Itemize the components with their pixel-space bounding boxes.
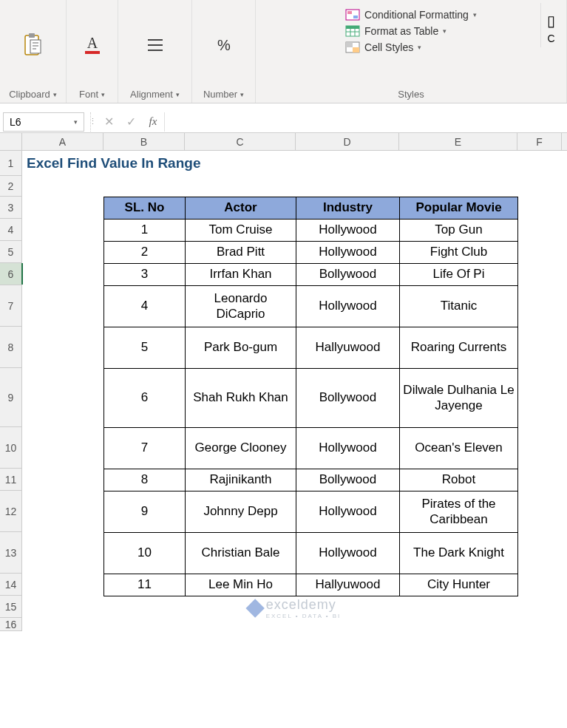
svg-rect-4	[85, 51, 100, 54]
table-cell[interactable]: Bollywood	[296, 469, 400, 491]
row-header[interactable]: 2	[0, 176, 22, 197]
formula-input[interactable]	[164, 112, 567, 132]
row-header[interactable]: 3	[0, 197, 22, 219]
row-header[interactable]: 5	[0, 241, 22, 263]
table-cell[interactable]: Hollywood	[296, 220, 400, 242]
table-cell[interactable]: Hollywood	[296, 428, 400, 469]
table-cell[interactable]: Fight Club	[400, 242, 518, 264]
row-header[interactable]: 16	[0, 618, 22, 631]
row-header[interactable]: 15	[0, 596, 22, 618]
table-cell[interactable]: Pirates of the Caribbean	[400, 491, 518, 533]
table-cell[interactable]: Life Of Pi	[400, 264, 518, 286]
clipboard-icon	[20, 32, 47, 58]
table-cell[interactable]: Leonardo DiCaprio	[186, 286, 296, 327]
table-cell[interactable]: Top Gun	[400, 220, 518, 242]
alignment-icon	[142, 32, 169, 58]
table-cell[interactable]: The Dark Knight	[400, 533, 518, 574]
table-cell[interactable]: 5	[104, 327, 186, 369]
table-row: 3Irrfan KhanBollywoodLife Of Pi	[104, 264, 518, 286]
column-header[interactable]: C	[185, 133, 296, 150]
row-header[interactable]: 7	[0, 285, 22, 327]
conditional-formatting-button[interactable]: Conditional Formatting ▾	[342, 7, 480, 22]
table-cell[interactable]: Dilwale Dulhania Le Jayenge	[400, 369, 518, 428]
table-cell[interactable]: 8	[104, 469, 186, 491]
cutoff-button[interactable]: ▯ C	[540, 3, 561, 47]
table-header[interactable]: Actor	[186, 197, 296, 220]
spreadsheet-grid: ABCDEF 12345678910111213141516 Excel Fin…	[0, 133, 567, 631]
column-header[interactable]: E	[399, 133, 517, 150]
column-header[interactable]: F	[517, 133, 562, 150]
table-cell[interactable]: Park Bo-gum	[186, 327, 296, 369]
table-cell[interactable]: 11	[104, 574, 186, 596]
table-cell[interactable]: Hollywood	[296, 533, 400, 574]
cancel-button[interactable]: ✕	[98, 112, 120, 132]
row-header[interactable]: 13	[0, 532, 22, 574]
insert-function-button[interactable]: fx	[142, 112, 164, 132]
row-header[interactable]: 10	[0, 427, 22, 469]
table-cell[interactable]: Roaring Currents	[400, 327, 518, 369]
chevron-down-icon[interactable]: ▾	[53, 91, 57, 98]
table-cell[interactable]: Brad Pitt	[186, 242, 296, 264]
row-header[interactable]: 9	[0, 368, 22, 427]
table-cell[interactable]: Ocean's Eleven	[400, 428, 518, 469]
styles-label: Styles	[398, 89, 424, 100]
table-cell[interactable]: 10	[104, 533, 186, 574]
enter-button[interactable]: ✓	[120, 112, 142, 132]
table-cell[interactable]: Christian Bale	[186, 533, 296, 574]
table-cell[interactable]: Johnny Depp	[186, 491, 296, 533]
name-box[interactable]: L6 ▾	[3, 112, 84, 132]
chevron-down-icon[interactable]: ▾	[176, 91, 180, 98]
table-cell[interactable]: Hollywood	[296, 491, 400, 533]
table-cell[interactable]: 1	[104, 220, 186, 242]
svg-rect-13	[353, 47, 359, 52]
alignment-button[interactable]	[135, 29, 176, 61]
paste-button[interactable]	[13, 29, 54, 61]
table-cell[interactable]: Bollywood	[296, 369, 400, 428]
font-color-button[interactable]: A	[72, 29, 113, 61]
format-as-table-button[interactable]: Format as Table ▾	[342, 24, 449, 38]
cells-area[interactable]: Excel Find Value In Range SL. NoActorInd…	[22, 151, 567, 631]
table-cell[interactable]: Bollywood	[296, 264, 400, 286]
row-header[interactable]: 8	[0, 327, 22, 368]
table-cell[interactable]: Shah Rukh Khan	[186, 369, 296, 428]
table-cell[interactable]: 6	[104, 369, 186, 428]
number-format-button[interactable]: %	[203, 29, 245, 61]
table-header[interactable]: SL. No	[104, 197, 186, 220]
chevron-down-icon[interactable]: ▾	[240, 91, 244, 98]
watermark: exceldemy EXCEL • DATA • BI	[248, 597, 342, 619]
conditional-formatting-label: Conditional Formatting	[364, 9, 469, 21]
table-cell[interactable]: City Hunter	[400, 574, 518, 596]
table-cell[interactable]: Titanic	[400, 286, 518, 327]
table-cell[interactable]: Hollywood	[296, 242, 400, 264]
table-cell[interactable]: 3	[104, 264, 186, 286]
cell-styles-button[interactable]: Cell Styles ▾	[342, 40, 424, 55]
table-cell[interactable]: Tom Cruise	[186, 220, 296, 242]
table-cell[interactable]: Rajinikanth	[186, 469, 296, 491]
table-cell[interactable]: George Clooney	[186, 428, 296, 469]
table-cell[interactable]: 4	[104, 286, 186, 327]
table-cell[interactable]: Irrfan Khan	[186, 264, 296, 286]
chevron-down-icon[interactable]: ▾	[101, 91, 105, 98]
row-header[interactable]: 14	[0, 574, 22, 596]
table-cell[interactable]: Hallyuwood	[296, 327, 400, 369]
chevron-down-icon[interactable]: ▾	[74, 118, 78, 126]
row-header[interactable]: 4	[0, 219, 22, 241]
column-header[interactable]: B	[103, 133, 185, 150]
row-header[interactable]: 12	[0, 491, 22, 532]
row-header[interactable]: 6	[0, 263, 22, 285]
column-header[interactable]: A	[22, 133, 103, 150]
number-label: Number	[203, 89, 237, 100]
table-header[interactable]: Popular Movie	[400, 197, 518, 220]
table-cell[interactable]: Robot	[400, 469, 518, 491]
table-header[interactable]: Industry	[296, 197, 400, 220]
row-header[interactable]: 11	[0, 469, 22, 491]
table-cell[interactable]: Hallyuwood	[296, 574, 400, 596]
table-cell[interactable]: 2	[104, 242, 186, 264]
table-cell[interactable]: Hollywood	[296, 286, 400, 327]
table-cell[interactable]: 7	[104, 428, 186, 469]
select-all-corner[interactable]	[0, 133, 22, 150]
column-header[interactable]: D	[296, 133, 399, 150]
table-cell[interactable]: Lee Min Ho	[186, 574, 296, 596]
table-cell[interactable]: 9	[104, 491, 186, 533]
row-header[interactable]: 1	[0, 151, 22, 176]
